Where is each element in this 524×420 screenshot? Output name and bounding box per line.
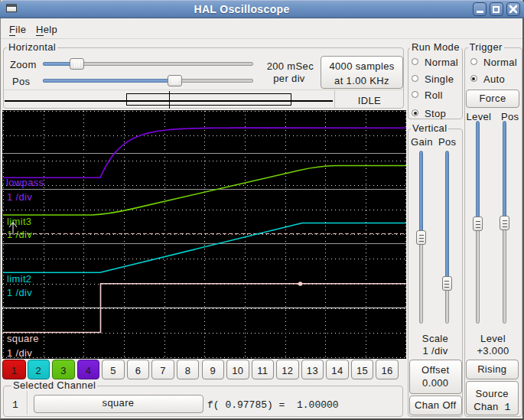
svg-text:1 /div: 1 /div [7, 287, 32, 298]
svg-text:lowpass: lowpass [6, 177, 44, 188]
svg-text:1 /div: 1 /div [7, 191, 32, 203]
svg-text:square: square [7, 333, 39, 344]
svg-text:1 /div: 1 /div [7, 347, 32, 359]
svg-text:1 /div: 1 /div [7, 229, 32, 240]
svg-text:limit2: limit2 [7, 273, 31, 285]
